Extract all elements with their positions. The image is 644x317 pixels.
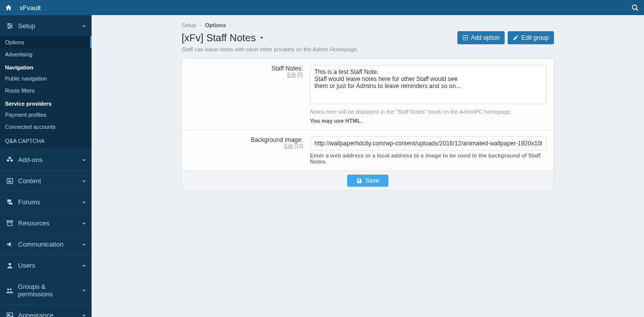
newspaper-icon (5, 177, 14, 185)
brand-name: xFvault (20, 4, 41, 12)
breadcrumb: Setup › Options › (182, 20, 554, 31)
bg-image-help: Enter a web address or a local address t… (310, 152, 546, 165)
sidebar-section-service-providers: Service providers (0, 97, 92, 109)
sidebar-item-qa-captcha[interactable]: Q&A CAPTCHA (0, 133, 92, 149)
svg-point-7 (9, 27, 10, 29)
staff-notes-help-strong: You may use HTML. (310, 118, 362, 124)
main: Setup › Options › [xFv] Staff Notes Add … (92, 15, 644, 196)
sidebar-item-public-navigation[interactable]: Public navigation (0, 72, 92, 85)
home-icon[interactable] (5, 4, 12, 11)
save-icon (356, 178, 362, 184)
bg-image-edit-link[interactable]: Edit (284, 143, 293, 149)
add-option-button[interactable]: Add option (457, 31, 505, 44)
sidebar-content[interactable]: Content (0, 171, 92, 191)
breadcrumb-sep: › (200, 22, 202, 28)
page-title[interactable]: [xFv] Staff Notes (182, 32, 265, 44)
bg-image-edit-id: [10] (294, 143, 303, 149)
svg-point-5 (8, 24, 9, 25)
sidebar-addons-label: Add-ons (18, 156, 42, 164)
topbar: xFvault (0, 0, 644, 15)
search-icon[interactable] (631, 4, 639, 12)
sidebar-item-advertising[interactable]: Advertising (0, 48, 92, 60)
sidebar-setup-label: Setup (18, 22, 35, 30)
options-panel: Staff Notes: Edit [5] Notes here will be… (182, 58, 554, 191)
chevron-down-icon (82, 179, 87, 184)
svg-point-0 (632, 5, 637, 9)
staff-notes-textarea[interactable] (310, 65, 546, 104)
sidebar-item-route-filters[interactable]: Route filters (0, 85, 92, 97)
staff-notes-label: Staff Notes: (189, 65, 303, 72)
staff-notes-edit-link[interactable]: Edit (287, 72, 296, 77)
chevron-up-icon (82, 24, 87, 29)
breadcrumb-sep: › (229, 22, 231, 28)
sidebar-item-options[interactable]: Options (0, 36, 92, 48)
cubes-icon (5, 156, 14, 164)
sidebar-section-navigation: Navigation (0, 60, 92, 72)
breadcrumb-options[interactable]: Options (205, 22, 226, 28)
bg-image-input[interactable] (310, 136, 546, 150)
edit-group-button[interactable]: Edit group (508, 31, 554, 44)
sidebar-setup[interactable]: Setup (0, 16, 92, 36)
sidebar-item-payment-profiles[interactable]: Payment profiles (0, 109, 92, 121)
sidebar-forums[interactable]: Forums (0, 192, 92, 196)
page-description: Staff can leave notes with each other pr… (182, 46, 554, 52)
chevron-down-icon (82, 157, 87, 163)
sliders-icon (5, 22, 14, 30)
staff-notes-edit-id: [5] (297, 72, 303, 77)
breadcrumb-setup[interactable]: Setup (182, 22, 196, 28)
sidebar-content-label: Content (18, 177, 41, 185)
sidebar-item-connected-accounts[interactable]: Connected accounts (0, 121, 92, 133)
svg-line-1 (636, 9, 638, 11)
bg-image-label: Background image: (189, 136, 303, 143)
pencil-icon (513, 35, 519, 41)
plus-square-icon (462, 35, 468, 41)
svg-point-6 (10, 25, 12, 27)
staff-notes-help: Notes here will be displayed in the "Sta… (310, 109, 546, 115)
sidebar: Setup Options Advertising Navigation Pub… (0, 15, 92, 196)
sidebar-addons[interactable]: Add-ons (0, 149, 92, 170)
caret-down-icon (259, 35, 265, 41)
save-button[interactable]: Save (347, 175, 388, 187)
